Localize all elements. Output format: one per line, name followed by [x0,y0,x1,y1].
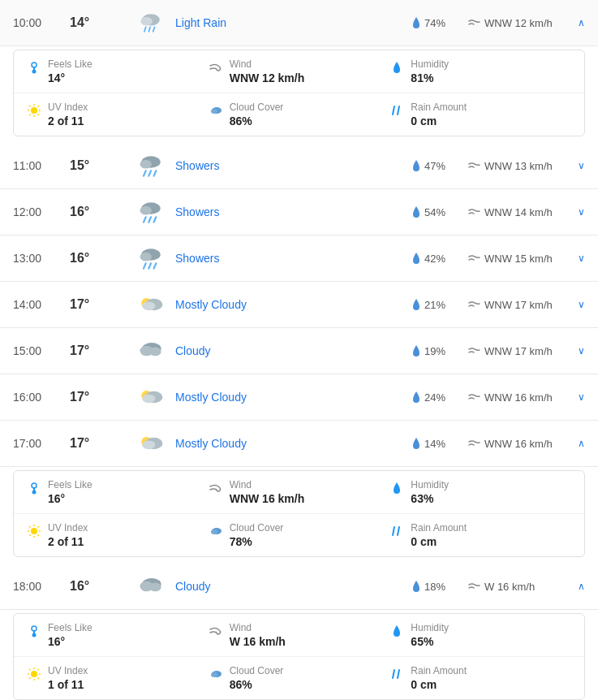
svg-point-69 [32,633,37,637]
expand-chevron[interactable]: ∨ [566,206,585,218]
rain-amount-icon [389,524,404,542]
uv-index-cell: UV Index 1 of 11 [27,665,209,691]
temperature: 16° [70,579,127,594]
svg-line-57 [38,535,40,537]
uv-icon [27,524,41,542]
svg-point-66 [149,583,161,592]
svg-line-15 [38,106,40,107]
svg-point-51 [31,528,37,534]
temperature: 17° [70,436,127,451]
expand-chevron[interactable]: ∨ [566,299,585,310]
cloud-cover-cell: Cloud Cover 78% [209,522,390,548]
cloud-cover-label: Cloud Cover [230,522,284,534]
weather-row[interactable]: 14:00 17° Mostly Cloudy 21% WNW 17 km/h … [0,282,598,328]
wind-info: WNW 14 km/h [468,206,566,218]
svg-line-76 [38,678,40,680]
wind-info: WNW 12 km/h [468,17,566,29]
weather-row[interactable]: 13:00 16° Showers 42% WNW 15 km/h ∨ [0,235,598,282]
rain-amount-label: Rain Amount [411,102,467,113]
weather-row[interactable]: 12:00 16° Showers 54% WNW 14 km/h ∨ [0,189,598,235]
weather-icon [127,151,175,180]
svg-line-75 [29,669,31,671]
svg-point-32 [140,253,152,261]
feels-like-label: Feels Like [48,479,92,490]
wind-info: WNW 17 km/h [468,345,566,357]
svg-point-47 [142,440,155,449]
svg-line-25 [154,171,157,175]
weather-row[interactable]: 11:00 15° Showers 47% WNW 13 km/h ∨ [0,143,598,189]
expand-chevron[interactable]: ∨ [566,345,585,356]
uv-label: UV Index [48,522,88,534]
uv-label: UV Index [48,665,88,676]
svg-line-77 [38,669,40,671]
svg-line-16 [29,115,31,116]
weather-row[interactable]: 10:00 14° Light Rain 74% WNW 12 km/h ∧ [0,0,598,46]
wind-value: WNW 12 km/h [230,71,305,84]
expand-chevron[interactable]: ∨ [566,160,585,171]
weather-row[interactable]: 17:00 17° Mostly Cloudy 14% WNW 16 km/h … [0,421,598,467]
humidity-icon [389,481,404,499]
temperature: 16° [70,251,127,266]
svg-point-70 [31,671,37,677]
svg-line-33 [144,263,146,268]
weather-icon [127,8,175,37]
rain-amount-icon [389,667,404,685]
wind-info: WNW 16 km/h [468,391,566,404]
svg-point-41 [149,348,161,356]
uv-icon [27,667,41,685]
wind-label: Wind [230,622,286,633]
rain-percent: 42% [411,252,468,265]
expand-chevron[interactable]: ∧ [566,438,585,449]
cloud-cover-cell: Cloud Cover 86% [209,102,390,127]
rain-amount-cell: Rain Amount 0 cm [389,102,571,127]
weather-row[interactable]: 15:00 17° Cloudy 19% WNW 17 km/h ∨ [0,328,598,374]
uv-index-cell: UV Index 2 of 11 [27,102,209,127]
expand-chevron[interactable]: ∧ [566,17,585,28]
svg-line-30 [154,217,157,222]
wind-detail-icon [209,624,223,642]
feels-like-icon [27,481,41,499]
svg-line-14 [38,115,40,116]
rain-amount-value: 0 cm [411,535,467,548]
time-label: 14:00 [13,298,70,311]
weather-row[interactable]: 18:00 16° Cloudy 18% W 16 km/h ∧ [0,564,598,610]
uv-value: 1 of 11 [48,678,88,691]
svg-point-22 [140,160,152,169]
time-label: 16:00 [13,391,70,404]
time-label: 18:00 [13,580,70,593]
humidity-label: Humidity [411,622,449,633]
wind-info: WNW 16 km/h [468,438,566,450]
time-label: 15:00 [13,344,70,357]
condition-label: Cloudy [175,580,411,593]
svg-line-58 [38,526,40,528]
rain-amount-label: Rain Amount [411,522,467,534]
rain-amount-label: Rain Amount [411,665,467,676]
svg-line-4 [153,27,155,31]
uv-label: UV Index [48,102,88,113]
condition-label: Light Rain [175,16,411,29]
feels-like-value: 14° [48,71,92,84]
detail-row-bottom: UV Index 2 of 11 Cloud Cover 78% Rain Am… [14,514,584,556]
cloud-cover-icon [209,103,223,122]
expand-chevron[interactable]: ∨ [566,253,585,264]
condition-label: Cloudy [175,344,411,357]
humidity-value: 81% [411,71,449,84]
detail-row-top: Feels Like 16° Wind WNW 16 km/h Humidity [14,471,584,514]
weather-row[interactable]: 16:00 17° Mostly Cloudy 24% WNW 16 km/h … [0,374,598,421]
weather-icon [127,290,175,319]
svg-line-29 [148,217,151,222]
svg-line-82 [398,670,399,678]
condition-label: Showers [175,205,411,218]
expand-chevron[interactable]: ∧ [566,581,585,592]
wind-detail-icon [209,60,223,79]
weather-icon [127,572,175,601]
expand-chevron[interactable]: ∨ [566,391,585,403]
wind-label: Wind [230,58,305,70]
svg-point-44 [142,394,155,403]
cloud-cover-value: 78% [230,535,284,548]
temperature: 17° [70,297,127,312]
svg-point-38 [142,301,155,310]
svg-point-27 [140,206,152,215]
humidity-icon [389,60,404,79]
wind-label: Wind [230,479,305,490]
